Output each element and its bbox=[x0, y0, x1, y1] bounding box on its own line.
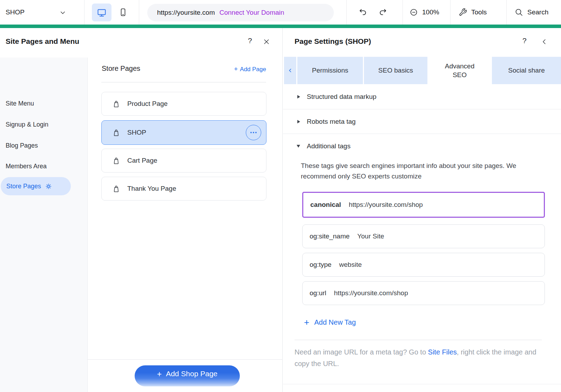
toolbar-divider bbox=[403, 0, 403, 25]
tag-field-og-site-name[interactable]: og:site_name Your Site bbox=[302, 224, 545, 248]
tools-label: Tools bbox=[471, 8, 487, 16]
plus-icon: + bbox=[157, 370, 162, 379]
pages-sidebar: Site Menu Signup & Login Blog Pages Memb… bbox=[0, 58, 88, 392]
page-item-label: Product Page bbox=[127, 100, 168, 108]
add-shop-page-button[interactable]: + Add Shop Page bbox=[135, 365, 240, 386]
gear-icon[interactable] bbox=[45, 183, 52, 190]
page-item-shop[interactable]: SHOP bbox=[101, 120, 266, 145]
site-pages-panel: Site Pages and Menu ? Site Menu Signup &… bbox=[0, 28, 283, 392]
section-additional-tags[interactable]: Additional tags bbox=[283, 134, 561, 158]
redo-icon bbox=[378, 8, 387, 17]
toolbar-divider bbox=[506, 0, 507, 25]
tab-permissions[interactable]: Permissions bbox=[297, 57, 363, 84]
add-new-tag-label: Add New Tag bbox=[314, 318, 356, 326]
shopping-bag-icon bbox=[112, 185, 120, 193]
page-selector-dropdown[interactable]: SHOP bbox=[0, 0, 84, 25]
site-url: https://yoursite.com bbox=[157, 9, 215, 16]
shopping-bag-icon bbox=[112, 157, 120, 165]
top-toolbar: SHOP https://yoursite.com Connect Your D… bbox=[0, 0, 561, 25]
mobile-view-button[interactable] bbox=[116, 5, 130, 20]
toolbar-divider bbox=[139, 0, 139, 25]
tag-name: og:type bbox=[310, 261, 331, 269]
page-item-label: SHOP bbox=[127, 129, 146, 136]
expanded-arrow-icon bbox=[297, 145, 300, 148]
desktop-view-button[interactable] bbox=[92, 4, 111, 21]
list-divider bbox=[101, 82, 266, 82]
tag-name: canonical bbox=[310, 201, 341, 209]
site-url-bar: https://yoursite.com Connect Your Domain bbox=[147, 4, 334, 21]
zoom-level: 100% bbox=[422, 8, 439, 16]
section-label: Additional tags bbox=[307, 142, 351, 150]
tab-advanced-seo[interactable]: Advanced SEO bbox=[428, 57, 491, 84]
section-robots-meta-tag[interactable]: Robots meta tag bbox=[283, 109, 561, 134]
toolbar-divider bbox=[450, 0, 451, 25]
footer-divider bbox=[88, 359, 282, 360]
tab-label: Advanced SEO bbox=[441, 62, 478, 79]
search-button[interactable]: Search bbox=[515, 0, 548, 25]
sidebar-item-store-pages[interactable]: Store Pages bbox=[1, 177, 71, 195]
undo-button[interactable] bbox=[358, 0, 367, 25]
help-button[interactable]: ? bbox=[522, 36, 527, 45]
tag-value: website bbox=[339, 261, 361, 269]
sidebar-item-blog-pages[interactable]: Blog Pages bbox=[6, 142, 38, 149]
sidebar-item-site-menu[interactable]: Site Menu bbox=[6, 100, 34, 107]
zoom-out-icon bbox=[410, 8, 418, 16]
site-files-link[interactable]: Site Files bbox=[428, 348, 457, 356]
undo-icon bbox=[358, 8, 367, 17]
connect-domain-link[interactable]: Connect Your Domain bbox=[219, 9, 284, 16]
add-shop-page-label: Add Shop Page bbox=[166, 370, 217, 378]
page-item-product-page[interactable]: Product Page bbox=[101, 92, 266, 116]
tag-value: Your Site bbox=[357, 232, 384, 240]
left-panel-title: Site Pages and Menu bbox=[6, 37, 79, 46]
tab-social-share[interactable]: Social share bbox=[492, 57, 561, 84]
search-icon bbox=[515, 8, 523, 16]
chevron-down-icon bbox=[60, 9, 66, 16]
store-pages-title: Store Pages bbox=[102, 65, 140, 73]
sidebar-item-members-area[interactable]: Members Area bbox=[6, 163, 47, 170]
redo-button[interactable] bbox=[378, 0, 387, 25]
collapsed-arrow-icon bbox=[297, 95, 300, 99]
shopping-bag-icon bbox=[112, 129, 120, 137]
zoom-control[interactable]: 100% bbox=[410, 0, 439, 25]
tabs-scroll-left-button[interactable] bbox=[284, 57, 296, 84]
tag-field-og-type[interactable]: og:type website bbox=[302, 253, 545, 277]
section-label: Structured data markup bbox=[307, 93, 377, 101]
tag-field-canonical[interactable]: canonical https://yoursite.com/shop bbox=[302, 192, 545, 218]
page-item-thank-you-page[interactable]: Thank You Page bbox=[101, 177, 266, 201]
sidebar-item-label: Store Pages bbox=[6, 183, 41, 190]
tab-seo-basics[interactable]: SEO basics bbox=[364, 57, 427, 84]
section-structured-data-markup[interactable]: Structured data markup bbox=[283, 84, 561, 109]
shopping-bag-icon bbox=[112, 100, 120, 108]
desktop-icon bbox=[97, 8, 107, 18]
image-url-note: Need an image URL for a meta tag? Go to … bbox=[295, 346, 542, 370]
collapsed-arrow-icon bbox=[297, 120, 300, 123]
tag-field-og-url[interactable]: og:url https://yoursite.com/shop bbox=[302, 281, 545, 305]
collapse-chevron-icon[interactable] bbox=[541, 38, 548, 46]
page-selector-label: SHOP bbox=[6, 0, 25, 25]
page-options-button[interactable] bbox=[246, 125, 261, 140]
help-button[interactable]: ? bbox=[248, 36, 252, 45]
sidebar-item-signup-login[interactable]: Signup & Login bbox=[6, 121, 48, 128]
page-item-label: Cart Page bbox=[127, 157, 157, 164]
wix-editor-screen: SHOP https://yoursite.com Connect Your D… bbox=[0, 0, 561, 392]
plus-icon: + bbox=[304, 318, 309, 327]
panel-bottom-divider bbox=[283, 384, 561, 384]
add-page-button[interactable]: +Add Page bbox=[234, 65, 266, 73]
plus-icon: + bbox=[234, 65, 238, 73]
page-item-cart-page[interactable]: Cart Page bbox=[101, 149, 266, 173]
tag-value: https://yoursite.com/shop bbox=[349, 201, 423, 209]
close-icon[interactable] bbox=[263, 38, 270, 45]
tools-button[interactable]: Tools bbox=[459, 0, 487, 25]
tag-name: og:site_name bbox=[310, 232, 350, 240]
section-label: Robots meta tag bbox=[307, 118, 356, 126]
tag-name: og:url bbox=[310, 289, 326, 297]
tag-value: https://yoursite.com/shop bbox=[334, 289, 408, 297]
additional-tags-description: These tags give search engines important… bbox=[301, 161, 522, 182]
add-page-label: Add Page bbox=[240, 66, 266, 73]
section-divider bbox=[295, 340, 542, 340]
toolbar-divider bbox=[346, 0, 347, 25]
add-new-tag-button[interactable]: + Add New Tag bbox=[304, 318, 356, 327]
note-text: Need an image URL for a meta tag? Go to bbox=[295, 348, 428, 356]
toolbar-divider bbox=[84, 0, 85, 25]
search-label: Search bbox=[527, 8, 548, 16]
